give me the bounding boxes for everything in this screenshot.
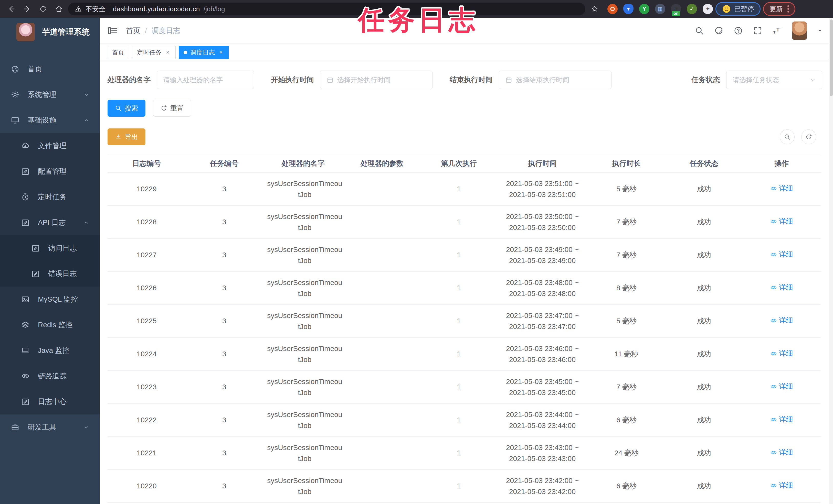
github-icon[interactable] <box>714 26 723 35</box>
cloud-icon <box>21 142 30 150</box>
page-content: 处理器的名字 请输入处理器的名字 开始执行时间 选择开始执行时间 结束执行时间 … <box>100 61 833 504</box>
detail-link[interactable]: 详细 <box>770 249 793 260</box>
handler-name-cell: sysUserSessionTimeoutJob <box>263 173 344 206</box>
sidebar-item-timed-task[interactable]: 定时任务 <box>0 184 100 210</box>
sidebar-item-access-log[interactable]: 访问日志 <box>0 235 100 261</box>
tab-job-log[interactable]: 调度日志× <box>179 46 229 59</box>
export-button[interactable]: 导出 <box>108 128 145 145</box>
job-id-cell: 3 <box>186 173 262 206</box>
action-cell: 详细 <box>742 338 821 371</box>
search-icon <box>115 105 122 111</box>
refresh-table-button[interactable] <box>801 129 816 144</box>
action-cell: 详细 <box>742 305 821 338</box>
detail-link[interactable]: 详细 <box>770 414 793 425</box>
bookmark-star-icon[interactable] <box>588 2 601 16</box>
sidebar-menu: 首页系统管理基础设施文件管理配置管理定时任务API 日志访问日志错误日志MySQ… <box>0 46 100 440</box>
detail-link[interactable]: 详细 <box>770 183 793 194</box>
reload-button[interactable] <box>37 2 50 16</box>
on-switch-extension-icon[interactable]: on≡ <box>671 4 681 14</box>
handler-name-cell: sysUserSessionTimeoutJob <box>263 338 344 371</box>
grid-extension-icon[interactable]: ▦ <box>655 4 665 14</box>
search-icon[interactable] <box>695 26 704 35</box>
sidebar-item-home[interactable]: 首页 <box>0 56 100 82</box>
duration-cell: 6 毫秒 <box>588 404 666 437</box>
table-row: 102253sysUserSessionTimeoutJob12021-05-0… <box>108 305 821 338</box>
sidebar-item-api-log[interactable]: API 日志 <box>0 210 100 235</box>
detail-link[interactable]: 详细 <box>770 282 793 293</box>
chevron-down-icon <box>810 77 816 83</box>
detail-link[interactable]: 详细 <box>770 315 793 326</box>
help-icon[interactable] <box>734 26 743 35</box>
home-button[interactable] <box>52 2 66 16</box>
avatar[interactable] <box>792 22 807 40</box>
paused-badge[interactable]: 已暂停 <box>715 2 761 16</box>
toggle-search-button[interactable] <box>780 129 794 144</box>
caret-down-icon[interactable] <box>817 28 823 33</box>
action-cell: 详细 <box>742 206 821 239</box>
navbar-actions: TT <box>695 22 823 40</box>
scrollbar-thumb[interactable] <box>830 20 833 96</box>
execute-time-cell: 2021-05-03 23:48:00 ~2021-05-03 23:48:00 <box>497 272 587 305</box>
tab-close-icon[interactable]: × <box>165 49 171 55</box>
sidebar-item-log-center[interactable]: 日志中心 <box>0 389 100 414</box>
security-badge: 不安全 <box>86 5 105 14</box>
detail-link[interactable]: 详细 <box>770 447 793 458</box>
reset-button[interactable]: 重置 <box>153 100 191 117</box>
sidebar-item-config-mgmt[interactable]: 配置管理 <box>0 159 100 184</box>
detail-link[interactable]: 详细 <box>770 216 793 227</box>
sidebar-item-file-mgmt[interactable]: 文件管理 <box>0 133 100 159</box>
sidebar-item-system-mgmt[interactable]: 系统管理 <box>0 82 100 107</box>
forward-button[interactable] <box>21 2 34 16</box>
download-icon <box>115 133 122 140</box>
back-button[interactable] <box>5 2 18 16</box>
handler-param-cell <box>344 437 421 470</box>
execute-time-cell: 2021-05-03 23:43:00 ~2021-05-03 23:43:00 <box>497 437 587 470</box>
orange-extension-icon[interactable] <box>608 4 618 14</box>
detail-link[interactable]: 详细 <box>770 348 793 359</box>
tab-close-icon[interactable]: × <box>218 49 224 55</box>
begin-time-input[interactable]: 选择开始执行时间 <box>320 71 433 89</box>
page-scrollbar[interactable] <box>829 18 833 504</box>
log-id-cell: 10227 <box>108 239 186 272</box>
status-select[interactable]: 请选择任务状态 <box>726 71 822 89</box>
sidebar-item-trace[interactable]: 链路追踪 <box>0 363 100 389</box>
green-check-extension-icon[interactable]: Y <box>639 4 649 14</box>
breadcrumb-home[interactable]: 首页 <box>126 26 140 35</box>
status-cell: 成功 <box>666 404 742 437</box>
detail-link[interactable]: 详细 <box>770 381 793 392</box>
edit-icon <box>21 218 30 227</box>
font-size-icon[interactable]: TT <box>772 26 782 35</box>
log-id-cell: 10222 <box>108 404 186 437</box>
sidebar-item-mysql-monitor[interactable]: MySQL 监控 <box>0 286 100 312</box>
breadcrumb-separator: / <box>145 27 147 35</box>
sidebar-item-redis-monitor[interactable]: Redis 监控 <box>0 312 100 338</box>
green-leaf-extension-icon[interactable]: ✓ <box>687 4 697 14</box>
tab-timed-task[interactable]: 定时任务× <box>132 46 176 59</box>
log-id-cell: 10220 <box>108 470 186 503</box>
eye-icon <box>770 185 777 192</box>
tab-home[interactable]: 首页 <box>107 46 129 59</box>
search-button[interactable]: 搜索 <box>108 100 145 117</box>
execute-index-cell: 1 <box>421 470 497 503</box>
sidebar-item-dev-tools[interactable]: 研发工具 <box>0 414 100 440</box>
action-cell: 详细 <box>742 173 821 206</box>
sidebar-item-java-monitor[interactable]: Java 监控 <box>0 338 100 363</box>
detail-link[interactable]: 详细 <box>770 480 793 491</box>
blue-pin-extension-icon[interactable]: ▾ <box>623 4 634 14</box>
menu-kebab-icon[interactable] <box>787 5 789 12</box>
status-cell: 成功 <box>666 470 742 503</box>
execute-time-cell: 2021-05-03 23:42:00 ~2021-05-03 23:42:00 <box>497 470 587 503</box>
handler-name-cell: sysUserSessionTimeoutJob <box>263 371 344 404</box>
puzzle-extension-icon[interactable]: ✦ <box>703 4 713 14</box>
end-time-input[interactable]: 选择结束执行时间 <box>499 71 612 89</box>
laptop-icon <box>21 346 30 355</box>
handler-name-input[interactable]: 请输入处理器的名字 <box>157 71 254 89</box>
begin-time-label: 开始执行时间 <box>271 75 314 85</box>
url-bar[interactable]: 不安全 dashboard.yudao.iocoder.cn/job/log <box>68 3 586 15</box>
handler-name-label: 处理器的名字 <box>108 75 150 85</box>
sidebar-item-infrastructure[interactable]: 基础设施 <box>0 107 100 133</box>
update-button[interactable]: 更新 <box>763 2 795 16</box>
fullscreen-icon[interactable] <box>753 26 762 35</box>
sidebar-item-error-log[interactable]: 错误日志 <box>0 261 100 286</box>
collapse-sidebar-icon[interactable] <box>107 25 118 36</box>
